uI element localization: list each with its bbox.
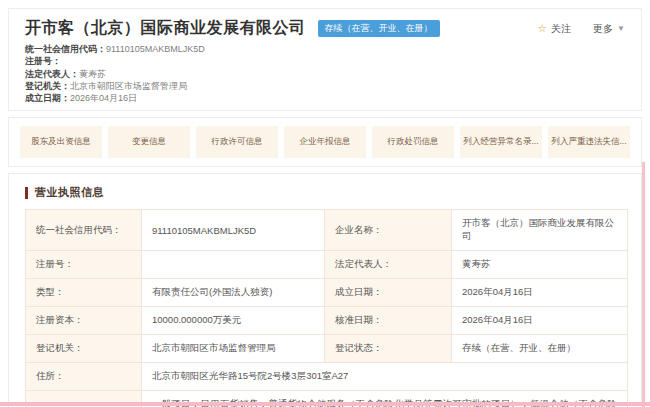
label-cell: 法定代表人： [325,251,452,279]
summary-label: 登记机关： [25,81,70,91]
info-tab-strip: 股东及出资信息 变更信息 行政许可信息 企业年报信息 行政处罚信息 列入经营异常… [8,117,642,167]
chevron-down-icon: ▼ [617,25,625,33]
label-cell: 核准日期： [325,307,452,335]
company-summary: 统一社会信用代码：91110105MAKBMLJK5D 注册号： 法定代表人：黄… [25,43,625,104]
label-cell: 注册资本： [26,307,142,335]
title-row: 开市客（北京）国际商业发展有限公司 存续（在营、开业、在册） ☆ 关注 更多 ▼ [25,18,625,39]
label-cell: 住所： [26,363,142,391]
summary-row-credit-code: 统一社会信用代码：91110105MAKBMLJK5D [25,43,625,55]
summary-label: 统一社会信用代码： [25,44,106,54]
summary-row-founded-date: 成立日期：2026年04月16日 [25,92,625,104]
value-cell: 黄寿苏 [452,251,628,279]
label-cell: 登记状态： [325,335,452,363]
summary-value: 91110105MAKBMLJK5D [106,44,205,54]
summary-value: 2026年04月16日 [70,93,137,103]
value-cell: 开市客（北京）国际商业发展有限公司 [452,210,628,251]
business-license-section: 营业执照信息 统一社会信用代码： 91110105MAKBMLJK5D 企业名称… [8,173,642,407]
tab-admin-license[interactable]: 行政许可信息 [196,126,278,158]
summary-row-legal-rep: 法定代表人：黄寿苏 [25,68,625,80]
status-badge: 存续（在营、开业、在册） [318,20,440,37]
label-cell: 注册号： [26,251,142,279]
summary-row-reg-number: 注册号： [25,55,625,67]
summary-label: 成立日期： [25,93,70,103]
value-cell: 2026年04月16日 [452,279,628,307]
table-row: 注册资本： 10000.000000万美元 核准日期： 2026年04月16日 [26,307,628,335]
tab-shareholders[interactable]: 股东及出资信息 [20,126,102,158]
label-cell: 登记机关： [26,335,142,363]
label-cell: 成立日期： [325,279,452,307]
follow-button[interactable]: ☆ 关注 [537,22,571,36]
label-cell: 类型： [26,279,142,307]
tab-admin-penalty[interactable]: 行政处罚信息 [372,126,454,158]
summary-label: 法定代表人： [25,69,79,79]
summary-row-authority: 登记机关：北京市朝阳区市场监督管理局 [25,80,625,92]
section-header: 营业执照信息 [25,185,625,200]
more-label: 更多 [593,22,613,36]
table-row: 注册号： 法定代表人： 黄寿苏 [26,251,628,279]
value-cell: 2026年04月16日 [452,307,628,335]
value-cell: 有限责任公司(外国法人独资) [142,279,325,307]
bottom-highlight-band [0,402,650,406]
address-value-cell: 北京市朝阳区光华路15号院2号楼3层301室A27 [142,363,628,391]
table-row: 类型： 有限责任公司(外国法人独资) 成立日期： 2026年04月16日 [26,279,628,307]
value-cell: 91110105MAKBMLJK5D [142,210,325,251]
star-icon: ☆ [537,23,547,34]
summary-label: 注册号： [25,56,61,66]
license-table: 统一社会信用代码： 91110105MAKBMLJK5D 企业名称： 开市客（北… [25,209,628,407]
label-cell: 统一社会信用代码： [26,210,142,251]
follow-label: 关注 [551,22,571,36]
summary-value: 北京市朝阳区市场监督管理局 [70,81,187,91]
value-cell [142,251,325,279]
label-cell: 企业名称： [325,210,452,251]
value-cell: 存续（在营、开业、在册） [452,335,628,363]
section-accent-bar [25,187,28,199]
tab-changes[interactable]: 变更信息 [108,126,190,158]
tab-annual-report[interactable]: 企业年报信息 [284,126,366,158]
company-header-card: 开市客（北京）国际商业发展有限公司 存续（在营、开业、在册） ☆ 关注 更多 ▼… [8,8,642,111]
page-title: 开市客（北京）国际商业发展有限公司 [25,18,306,39]
scrollbar[interactable] [642,162,645,407]
table-row: 统一社会信用代码： 91110105MAKBMLJK5D 企业名称： 开市客（北… [26,210,628,251]
summary-value: 黄寿苏 [79,69,106,79]
header-actions: ☆ 关注 更多 ▼ [537,22,625,36]
value-cell: 北京市朝阳区市场监督管理局 [142,335,325,363]
tab-abnormal-operation[interactable]: 列入经营异常名录... [460,126,542,158]
more-button[interactable]: 更多 ▼ [593,22,625,36]
tab-serious-violation[interactable]: 列入严重违法失信... [548,126,630,158]
table-row-address: 住所： 北京市朝阳区光华路15号院2号楼3层301室A27 [26,363,628,391]
section-title: 营业执照信息 [35,185,104,200]
table-row: 登记机关： 北京市朝阳区市场监督管理局 登记状态： 存续（在营、开业、在册） [26,335,628,363]
value-cell: 10000.000000万美元 [142,307,325,335]
